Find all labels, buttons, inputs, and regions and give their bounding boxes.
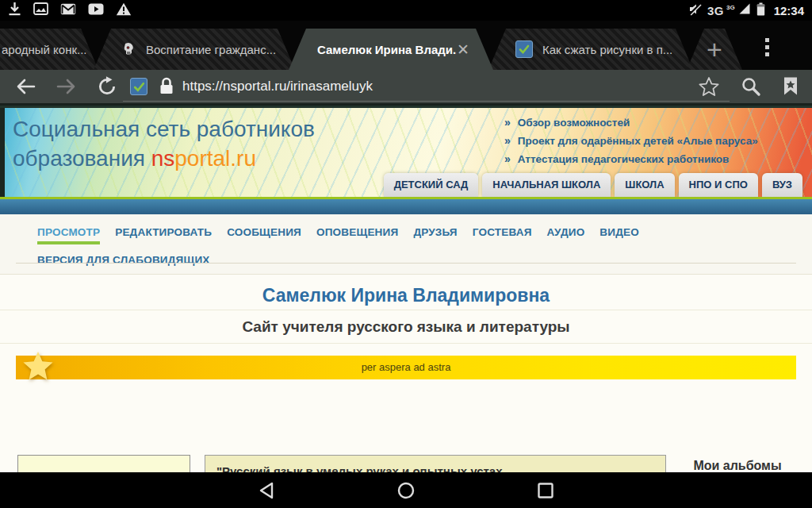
header-link-project[interactable]: » Проект для одарённых детей «Алые парус… [504, 134, 758, 152]
tab-4-title: Как сжать рисунки в п... [542, 43, 672, 56]
nav-back-icon[interactable] [257, 481, 276, 500]
tab-1[interactable]: ародный конк... [0, 29, 98, 70]
menu-item-edit[interactable]: РЕДАКТИРОВАТЬ [115, 226, 212, 244]
bullet-icon: » [504, 134, 511, 147]
user-menu: ПРОСМОТР РЕДАКТИРОВАТЬ СООБЩЕНИЯ ОПОВЕЩЕ… [37, 226, 799, 267]
status-icons-left [8, 2, 132, 19]
menu-item-view[interactable]: ПРОСМОТР [37, 226, 100, 244]
tab-4[interactable]: Как сжать рисунки в п... [488, 29, 693, 70]
motto-banner: per aspera ad astra [16, 356, 796, 379]
tab-2[interactable]: Воспитание гражданс... [94, 29, 295, 70]
nav-home-icon[interactable] [396, 481, 416, 500]
bullet-icon: » [504, 116, 511, 129]
url-field-underline [123, 101, 730, 102]
menu-item-accessible-version[interactable]: ВЕРСИЯ ДЛЯ СЛАБОВИДЯЩИХ [37, 254, 210, 266]
menu-item-audio[interactable]: АУДИО [547, 226, 585, 244]
site-favicon-checkbox [130, 78, 147, 95]
menu-item-friends[interactable]: ДРУЗЬЯ [413, 226, 457, 244]
section-tab-npo-spo[interactable]: НПО И СПО [679, 173, 758, 197]
section-tab-vuz[interactable]: ВУЗ [762, 173, 802, 197]
site-title: Социальная сеть работников образования n… [13, 114, 315, 173]
motto-text: per aspera ad astra [362, 361, 451, 373]
brand-ns: ns [151, 146, 175, 171]
divider [0, 310, 812, 310]
menu-item-guestbook[interactable]: ГОСТЕВАЯ [473, 226, 532, 244]
lock-icon [158, 76, 175, 97]
warning-icon [116, 2, 132, 19]
menu-item-video[interactable]: ВИДЕО [599, 226, 639, 244]
url-field[interactable]: https://nsportal.ru/irinasameluyk [182, 79, 698, 94]
profile-name: Самелюк Ирина Владимировна [0, 285, 812, 306]
section-tab-kindergarten[interactable]: ДЕТСКИЙ САД [384, 173, 479, 197]
back-icon[interactable] [14, 77, 36, 96]
browser-tab-strip: ародный конк... Воспитание гражданс... С… [0, 21, 812, 70]
profile-tagline: Сайт учителя русского языка и литературы [0, 318, 812, 336]
star-icon [21, 349, 56, 393]
android-nav-bar [0, 472, 812, 508]
network-type-label: 3G [707, 4, 724, 17]
search-icon[interactable] [741, 76, 761, 97]
status-bar: 3G 3G 12:34 [0, 0, 812, 21]
albums-title: Мои альбомы [674, 459, 801, 473]
section-tabs: ДЕТСКИЙ САД НАЧАЛЬНАЯ ШКОЛА ШКОЛА НПО И … [384, 173, 802, 197]
brand-portal: portal.ru [174, 146, 256, 171]
menu-item-messages[interactable]: СООБЩЕНИЯ [227, 226, 301, 244]
clock: 12:34 [774, 4, 804, 17]
menu-divider [16, 263, 796, 264]
site-title-line2: образования [13, 146, 151, 171]
network-type-small-label: 3G [726, 4, 735, 11]
profile-section: Самелюк Ирина Владимировна Сайт учителя … [0, 274, 812, 472]
signal-icon [738, 2, 751, 18]
nav-recents-icon[interactable] [536, 481, 555, 500]
header-link-attestation[interactable]: » Аттестация педагогических работников [504, 152, 758, 171]
address-bar: https://nsportal.ru/irinasameluyk [0, 70, 812, 106]
download-icon [8, 2, 21, 19]
checkbox-favicon [515, 40, 533, 58]
header-quick-links: » Обзор возможностей » Проект для одарён… [504, 116, 758, 171]
tab-3-title: Самелюк Ирина Влади... [317, 43, 457, 56]
menu-item-notifications[interactable]: ОПОВЕЩЕНИЯ [316, 226, 398, 244]
bullet-icon: » [504, 152, 511, 165]
bookmark-star-icon[interactable] [698, 76, 720, 98]
site-title-line1: Социальная сеть работников [13, 117, 315, 141]
page-content: ПРОСМОТР РЕДАКТИРОВАТЬ СООБЩЕНИЯ ОПОВЕЩЕ… [0, 214, 812, 472]
image-icon [33, 2, 48, 18]
browser-menu-icon[interactable] [765, 38, 769, 56]
battery-icon [756, 2, 765, 19]
divider [0, 343, 812, 344]
section-tab-primary-school[interactable]: НАЧАЛЬНАЯ ШКОЛА [482, 173, 611, 197]
refresh-icon[interactable] [97, 76, 117, 97]
close-tab-icon[interactable]: ✕ [457, 40, 469, 59]
tab-1-title: ародный конк... [2, 43, 86, 56]
skull-favicon [121, 41, 136, 57]
header-link-overview[interactable]: » Обзор возможностей [504, 116, 758, 134]
screen: 3G 3G 12:34 ародный конк... Воспитание г… [0, 0, 812, 508]
new-tab-button[interactable]: + [687, 29, 742, 70]
section-tab-school[interactable]: ШКОЛА [615, 173, 674, 197]
gmail-icon [60, 3, 76, 18]
tab-2-title: Воспитание гражданс... [146, 43, 276, 56]
tab-3-active[interactable]: Самелюк Ирина Влади... ✕ [289, 29, 493, 70]
site-banner: Социальная сеть работников образования n… [0, 106, 812, 197]
status-icons-right: 3G 3G 12:34 [688, 2, 804, 19]
blue-bar [0, 199, 812, 214]
youtube-icon [88, 3, 104, 18]
mute-icon [688, 2, 702, 19]
forward-icon[interactable] [56, 77, 78, 96]
bookmarks-list-icon[interactable] [782, 76, 799, 97]
